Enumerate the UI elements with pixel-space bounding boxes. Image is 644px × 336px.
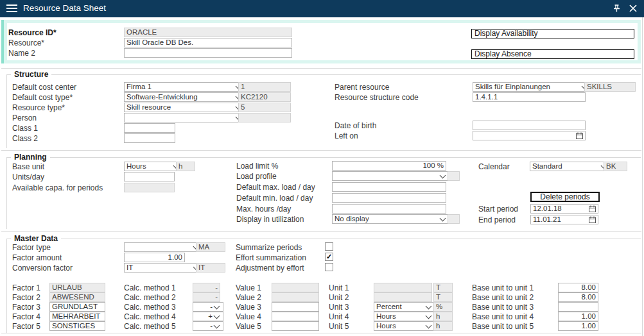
min-load-field[interactable] <box>332 193 446 203</box>
units-day-label: Units/day <box>12 173 44 181</box>
value1-field <box>272 283 319 292</box>
factor-amount-field[interactable]: 1.00 <box>124 253 185 262</box>
resource-type-label: Resource type* <box>12 104 65 112</box>
window-title: Resource Data Sheet <box>23 3 106 13</box>
value2-field <box>272 292 319 302</box>
value3-field[interactable] <box>272 302 319 312</box>
close-icon[interactable] <box>629 4 637 12</box>
structure-code-field[interactable]: 1.4.1.1 <box>473 92 586 102</box>
name2-field[interactable] <box>124 48 292 58</box>
value2-label: Value 2 <box>236 294 261 302</box>
calc-method4-label: Calc. method 4 <box>124 313 176 321</box>
factor5-field[interactable]: SONSTIGES <box>49 321 105 331</box>
adjustment-by-effort-checkbox[interactable] <box>325 263 333 271</box>
delete-periods-button[interactable]: Delete periods <box>530 192 600 202</box>
effort-summarization-checkbox[interactable]: ✓ <box>325 253 333 261</box>
calendar-select[interactable]: Standard <box>530 162 611 171</box>
calendar-icon[interactable] <box>576 132 583 139</box>
display-utilization-label: Display in utilization <box>236 215 304 224</box>
max-load-field[interactable] <box>332 182 446 192</box>
class1-field[interactable] <box>124 123 175 133</box>
master-data-section-legend: Master Data <box>11 234 61 243</box>
unit2-field <box>374 292 432 302</box>
cost-type-select[interactable]: Software-Entwicklung <box>124 92 245 102</box>
base-unit1-field[interactable]: 8.00 <box>558 283 598 292</box>
calendar-code-field: BK <box>604 162 627 171</box>
unit2-code-field: T <box>433 292 453 302</box>
unit3-label: Unit 3 <box>329 303 349 312</box>
base-unit-select[interactable]: Hours <box>124 162 183 171</box>
value5-label: Value 5 <box>236 323 261 331</box>
display-availability-button[interactable]: Display Availability <box>471 29 634 38</box>
base-unit5-field[interactable]: 1.00 <box>558 321 598 331</box>
date-of-birth-field[interactable] <box>473 121 586 130</box>
unit5-code-field: h <box>433 321 453 331</box>
load-profile-select[interactable] <box>332 171 449 181</box>
cost-center-select[interactable]: Firma 1 <box>124 82 245 92</box>
value1-label: Value 1 <box>236 284 261 292</box>
structure-code-label: Resource structure code <box>335 94 419 102</box>
adjustment-by-effort-label: Adjustment by effort <box>236 264 304 273</box>
conversion-factor-code-field: IT <box>196 263 225 273</box>
calc-method5-select[interactable]: - <box>193 321 223 331</box>
resource-type-select[interactable]: Skill resource <box>124 103 245 112</box>
value4-label: Value 4 <box>236 313 261 321</box>
factor-type-label: Factor type <box>12 244 51 252</box>
summarize-periods-checkbox[interactable] <box>325 242 333 251</box>
start-period-field[interactable]: 12.01.18 <box>530 204 598 214</box>
calendar-icon[interactable] <box>589 216 596 223</box>
structure-section-legend: Structure <box>11 70 51 79</box>
display-utilization-select[interactable]: No display <box>332 214 449 224</box>
base-unit5-label: Base unit to unit 5 <box>472 323 534 331</box>
calendar-icon[interactable] <box>589 205 596 212</box>
load-profile-label: Load profile <box>236 172 277 181</box>
base-unit2-field[interactable]: 8.00 <box>558 292 598 302</box>
chevron-down-icon <box>440 215 446 222</box>
unit4-select[interactable]: Hours <box>374 312 435 321</box>
end-period-field[interactable]: 11.01.21 <box>530 215 598 224</box>
chevron-down-icon <box>440 172 446 179</box>
chevron-down-icon <box>214 313 220 319</box>
calendar-label: Calendar <box>478 163 510 171</box>
unit3-code-field: % <box>433 302 453 312</box>
left-on-field[interactable] <box>473 131 586 140</box>
cost-center-label: Default cost center <box>12 83 76 92</box>
unit4-label: Unit 4 <box>329 313 349 321</box>
class2-label: Class 2 <box>12 135 38 143</box>
resource-name-field[interactable]: Skill Oracle DB Des. <box>124 38 292 47</box>
conversion-factor-select[interactable]: IT <box>124 263 203 273</box>
class2-field[interactable] <box>124 133 175 143</box>
accent-strip <box>1 20 4 63</box>
max-hours-field[interactable] <box>332 204 446 214</box>
factor-type-select[interactable] <box>124 242 203 252</box>
resource-id-field: ORACLE <box>124 28 292 37</box>
calc-method3-select[interactable]: - <box>193 302 223 312</box>
factor3-field[interactable]: GRUNDLAST <box>49 302 105 312</box>
end-period-label: End period <box>478 216 516 224</box>
base-unit-label: Base unit <box>12 163 44 171</box>
pin-icon[interactable] <box>612 4 622 13</box>
value4-field[interactable] <box>272 312 319 321</box>
effort-summarization-label: Effort summarization <box>236 254 306 262</box>
calc-method4-select[interactable]: + <box>193 312 223 321</box>
unit1-field <box>374 283 432 292</box>
calc-method1-label: Calc. method 1 <box>124 284 176 292</box>
resource-data-sheet-window: Resource Data Sheet Resource ID* Resourc… <box>0 0 644 336</box>
person-select[interactable] <box>124 113 245 122</box>
factor4-field[interactable]: MEHRARBEIT <box>49 312 105 321</box>
unit4-code-field: h <box>433 312 453 321</box>
parent-resource-select[interactable]: Skills für Einplanungen <box>473 82 591 92</box>
display-utilization-code-field <box>448 214 460 224</box>
units-day-field[interactable] <box>124 172 175 181</box>
chevron-down-icon <box>426 303 432 310</box>
unit5-select[interactable]: Hours <box>374 321 435 331</box>
avail-capa-field <box>124 183 175 192</box>
base-unit4-field[interactable]: 1.00 <box>558 312 598 321</box>
parent-resource-label: Parent resource <box>335 83 389 92</box>
value5-field[interactable] <box>272 321 319 331</box>
unit3-select[interactable]: Percent <box>374 302 435 312</box>
menu-icon[interactable] <box>6 4 17 13</box>
load-limit-field[interactable]: 100 % <box>332 161 446 171</box>
display-absence-button[interactable]: Display Absence <box>471 49 634 59</box>
base-unit3-field[interactable] <box>558 302 598 312</box>
